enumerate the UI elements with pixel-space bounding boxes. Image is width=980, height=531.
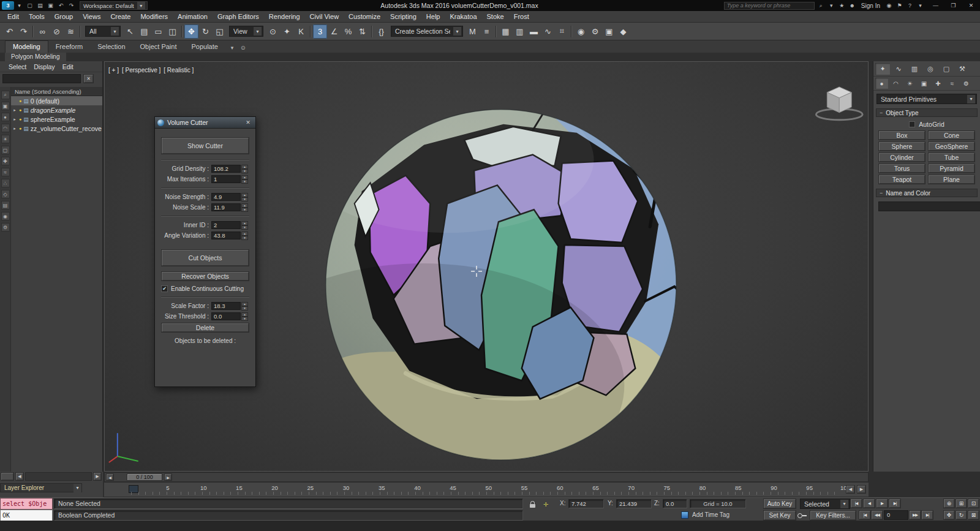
filter-geometry-icon[interactable]: ● (1, 113, 10, 121)
go-to-end-button[interactable]: ▶| (921, 510, 933, 520)
filter-containers-icon[interactable]: ▤ (1, 201, 10, 209)
menu-item[interactable]: Graph Editors (213, 11, 264, 23)
auto-key-button[interactable]: Auto Key (763, 499, 796, 509)
chevron-down-icon[interactable]: ▾ (137, 1, 145, 10)
layer-name-label[interactable]: dragonExample (31, 107, 76, 114)
ribbon-config-icon[interactable]: ⊙ (238, 42, 249, 53)
notification-icon[interactable]: ⚑ (894, 1, 905, 10)
delete-button[interactable]: Delete (161, 323, 249, 333)
explorer-settings-icon[interactable]: ⚙ (1, 223, 10, 232)
menu-item[interactable]: Help (421, 11, 445, 23)
object-name-input[interactable] (878, 201, 980, 211)
filter-helpers-icon[interactable]: ✚ (1, 157, 10, 165)
user-icon[interactable]: ☻ (847, 1, 858, 10)
select-and-move-icon[interactable]: ✥ (184, 24, 198, 39)
ribbon-tab[interactable]: Modeling (5, 40, 48, 53)
window-crossing-icon[interactable]: ◫ (165, 24, 179, 39)
visibility-bulb-icon[interactable]: ● (19, 108, 21, 112)
layer-name-label[interactable]: 0 (default) (31, 97, 59, 105)
zoom-all-icon[interactable]: ⊞ (956, 499, 967, 508)
autogrid-checkbox[interactable] (909, 121, 915, 127)
name-and-color-rollout[interactable]: − Name and Color (876, 189, 978, 197)
previous-frame-button[interactable]: ◀ (863, 499, 875, 508)
layer-row-zz-volumeCutter[interactable]: ▸ ● ▤ zz_volumeCutter_recove (11, 124, 102, 133)
menu-item[interactable]: Edit (2, 11, 24, 23)
timeline-tick[interactable]: 35 (374, 484, 389, 491)
ribbon-tab[interactable]: Object Paint (133, 41, 184, 53)
select-and-manipulate-icon[interactable]: ✦ (280, 24, 294, 39)
spinner-input[interactable]: 18.3 (211, 302, 241, 310)
align-icon[interactable]: ≡ (480, 24, 494, 39)
maximize-viewport-icon[interactable]: ⊠ (968, 510, 979, 520)
menu-item[interactable]: Civil View (305, 11, 344, 23)
explorer-selection-lock-icon[interactable]: ▣ (1, 102, 10, 110)
bind-to-space-warp-icon[interactable]: ≋ (64, 24, 78, 39)
key-icon[interactable] (796, 511, 807, 520)
chevron-down-icon[interactable]: ▾ (254, 27, 262, 36)
frame-back-icon[interactable]: ◀ (106, 473, 114, 481)
visibility-bulb-icon[interactable]: ● (19, 99, 21, 103)
angle-snap-icon[interactable]: ∠ (327, 24, 341, 39)
time-slider-bar[interactable]: ◀ 0 / 100 ▶ (104, 472, 869, 482)
rendered-frame-window-icon[interactable]: ▣ (602, 24, 616, 39)
app-logo[interactable]: 3 (2, 1, 14, 10)
layer-row-default[interactable]: ● ▤ 0 (default) (11, 96, 102, 105)
app-menu-arrow-icon[interactable]: ▾ (14, 1, 24, 10)
timeline-next-icon[interactable]: ▶ (857, 485, 866, 494)
set-key-button[interactable]: Set Key (763, 510, 796, 521)
time-slider-handle[interactable]: 0 / 100 (127, 473, 162, 481)
maxscript-mini-listener[interactable]: select $Obje (0, 498, 53, 510)
modify-tab[interactable]: ∿ (891, 63, 906, 75)
track-bar-ruler[interactable]: 5101520253035404550556065707580859095100… (104, 483, 869, 497)
star-icon[interactable]: ★ (837, 1, 847, 10)
timeline-tick[interactable]: 65 (588, 484, 603, 491)
workspace-combo[interactable]: Workspace: Default ▾ (80, 1, 148, 10)
help-menu-arrow-icon[interactable]: ▾ (915, 1, 925, 10)
timeline-tick[interactable]: 95 (802, 484, 817, 491)
filter-lights-icon[interactable]: ☀ (1, 135, 10, 143)
spinner-input[interactable]: 0.0 (211, 312, 241, 320)
go-to-end-button[interactable]: ▶| (889, 499, 901, 508)
add-time-tag-label[interactable]: Add Time Tag (692, 511, 729, 518)
timeline-tick[interactable]: 55 (517, 484, 532, 491)
filter-materials-icon[interactable]: ◉ (1, 212, 10, 220)
menu-item[interactable]: Krakatoa (445, 11, 481, 23)
snaps-toggle-icon[interactable]: 3 (313, 24, 327, 39)
next-key-button[interactable]: ▶▶ (909, 510, 921, 520)
go-to-start-button[interactable]: |◀ (850, 499, 862, 508)
edit-named-selection-sets-icon[interactable]: {} (374, 24, 388, 39)
zoom-icon[interactable]: ⊕ (943, 499, 955, 508)
undo-icon[interactable]: ↶ (56, 1, 66, 10)
selection-filter-combo[interactable]: All ▾ (85, 26, 121, 37)
cylinder-button[interactable]: Cylinder (878, 153, 925, 162)
sphere-button[interactable]: Sphere (878, 141, 925, 151)
filter-cameras-icon[interactable]: ▢ (1, 146, 10, 154)
hierarchy-tab[interactable]: ▥ (907, 63, 922, 75)
filter-bones-icon[interactable]: ◇ (1, 190, 10, 198)
material-editor-icon[interactable]: ◉ (574, 24, 588, 39)
primitives-category-combo[interactable]: Standard Primitives ▾ (876, 94, 977, 104)
visibility-bulb-icon[interactable]: ● (19, 126, 21, 130)
select-and-rotate-icon[interactable]: ↻ (198, 24, 213, 39)
viewport-menu-shading[interactable]: [ Realistic ] (164, 67, 194, 73)
selection-lock-icon[interactable] (527, 499, 538, 509)
scroll-left-icon[interactable]: ◀ (15, 472, 24, 481)
pan-icon[interactable]: ✥ (943, 510, 955, 520)
spinner-arrows[interactable]: ▴▾ (241, 312, 248, 320)
show-cutter-button[interactable]: Show Cutter (161, 137, 249, 154)
timeline-tick[interactable]: 5 (160, 484, 175, 491)
ribbon-minimize-arrow-icon[interactable]: ▾ (227, 42, 238, 53)
select-and-link-icon[interactable]: ∞ (36, 24, 50, 39)
sign-in-link[interactable]: Sign In (861, 2, 880, 9)
timeline-tick[interactable]: 25 (303, 484, 318, 491)
explorer-search-input[interactable] (2, 74, 81, 83)
view-cube[interactable] (816, 87, 862, 120)
systems-category-icon[interactable]: ⚙ (960, 78, 973, 89)
timeline-tick[interactable]: 40 (410, 484, 424, 491)
chevron-down-icon[interactable]: ▾ (967, 95, 975, 104)
menu-item[interactable]: Rendering (264, 11, 305, 23)
close-icon[interactable]: ✕ (243, 119, 253, 127)
explorer-column-header[interactable]: Name (Sorted Ascending) (11, 87, 102, 96)
continuous-cutting-checkbox[interactable]: ✔ (161, 285, 168, 292)
key-mode-combo[interactable]: Selected ▾ (800, 499, 850, 509)
